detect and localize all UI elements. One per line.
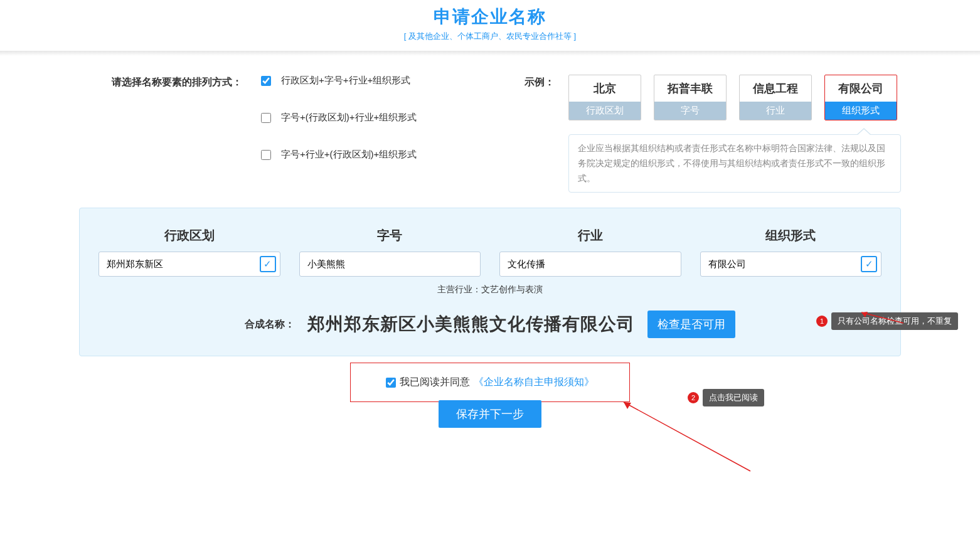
example-card-zihao-bot: 字号	[654, 102, 726, 120]
arrangement-label: 请选择名称要素的排列方式：	[79, 75, 261, 89]
field-orgform: 组织形式 ✓	[700, 227, 882, 277]
select-icon[interactable]: ✓	[861, 256, 877, 272]
zihao-input[interactable]	[299, 252, 481, 277]
annotation-1-text: 只有公司名称检查可用，不重复	[831, 312, 958, 330]
arrangement-options: 行政区划+字号+行业+组织形式 字号+(行政区划)+行业+组织形式 字号+行业+…	[261, 75, 525, 186]
orgform-input[interactable]	[700, 252, 882, 277]
example-hint: 企业应当根据其组织结构或者责任形式在名称中标明符合国家法律、法规以及国务院决定规…	[568, 134, 901, 193]
example-card-region-top: 北京	[569, 75, 641, 102]
compose-panel: 行政区划 ✓ 字号 行业	[79, 208, 901, 356]
annotation-2-text: 点击我已阅读	[703, 389, 764, 406]
industry-hint: 主营行业：文艺创作与表演	[99, 284, 881, 295]
example-cards: 北京 行政区划 拓普丰联 字号 信息工程 行业 有限公司 组织形式	[568, 75, 901, 120]
example-card-orgform-bot: 组织形式	[825, 102, 897, 120]
arrangement-option-3-label: 字号+行业+(行政区划)+组织形式	[281, 149, 417, 161]
field-industry: 行业	[499, 227, 681, 277]
field-zihao: 字号	[299, 227, 481, 277]
compose-name: 郑州郑东新区小美熊熊文化传播有限公司	[307, 312, 635, 336]
annotation-2: 2 点击我已阅读	[688, 389, 764, 406]
header-divider	[0, 51, 980, 56]
example-card-orgform: 有限公司 组织形式	[824, 75, 897, 120]
page-subtitle: [ 及其他企业、个体工商户、农民专业合作社等 ]	[0, 31, 980, 42]
check-availability-button[interactable]: 检查是否可用	[647, 311, 735, 338]
arrangement-option-1-label: 行政区划+字号+行业+组织形式	[281, 75, 410, 87]
select-icon[interactable]: ✓	[260, 256, 276, 272]
annotation-1: 1 只有公司名称检查可用，不重复	[816, 312, 958, 330]
save-next-button[interactable]: 保存并下一步	[439, 400, 541, 428]
field-orgform-label: 组织形式	[700, 227, 882, 244]
example-card-industry-bot: 行业	[740, 102, 811, 120]
industry-input[interactable]	[499, 252, 681, 277]
agree-box: 我已阅读并同意 《企业名称自主申报须知》	[350, 363, 630, 402]
example-card-region: 北京 行政区划	[568, 75, 641, 120]
example-card-zihao-top: 拓普丰联	[654, 75, 726, 102]
industry-hint-value: 文艺创作与表演	[481, 284, 543, 294]
compose-label: 合成名称：	[245, 318, 295, 331]
example-card-industry: 信息工程 行业	[739, 75, 812, 120]
industry-hint-label: 主营行业：	[437, 284, 481, 294]
example-card-industry-top: 信息工程	[740, 75, 811, 102]
region-input[interactable]	[99, 252, 280, 277]
arrangement-checkbox-2[interactable]	[261, 113, 271, 123]
annotation-2-badge: 2	[688, 392, 699, 403]
example-label: 示例：	[525, 75, 568, 89]
field-region-label: 行政区划	[99, 227, 280, 244]
agree-text: 我已阅读并同意	[400, 376, 470, 389]
arrangement-option-2-label: 字号+(行政区划)+行业+组织形式	[281, 112, 417, 124]
field-industry-label: 行业	[499, 227, 681, 244]
field-zihao-label: 字号	[299, 227, 481, 244]
example-card-zihao: 拓普丰联 字号	[654, 75, 727, 120]
arrangement-option-1[interactable]: 行政区划+字号+行业+组织形式	[261, 75, 525, 87]
agree-link[interactable]: 《企业名称自主申报须知》	[474, 376, 594, 389]
arrangement-checkbox-3[interactable]	[261, 150, 271, 160]
arrangement-checkbox-1[interactable]	[261, 76, 271, 86]
arrangement-option-3[interactable]: 字号+行业+(行政区划)+组织形式	[261, 149, 525, 161]
page-header: 申请企业名称 [ 及其他企业、个体工商户、农民专业合作社等 ]	[0, 0, 980, 51]
annotation-1-badge: 1	[816, 316, 828, 327]
field-region: 行政区划 ✓	[99, 227, 280, 277]
svg-marker-3	[624, 402, 631, 409]
example-card-region-bot: 行政区划	[569, 102, 641, 120]
agree-checkbox[interactable]	[386, 378, 396, 388]
arrangement-option-2[interactable]: 字号+(行政区划)+行业+组织形式	[261, 112, 525, 124]
svg-line-2	[624, 402, 750, 471]
page-title: 申请企业名称	[0, 5, 980, 29]
arrow-icon	[619, 399, 757, 474]
example-card-orgform-top: 有限公司	[825, 75, 897, 102]
